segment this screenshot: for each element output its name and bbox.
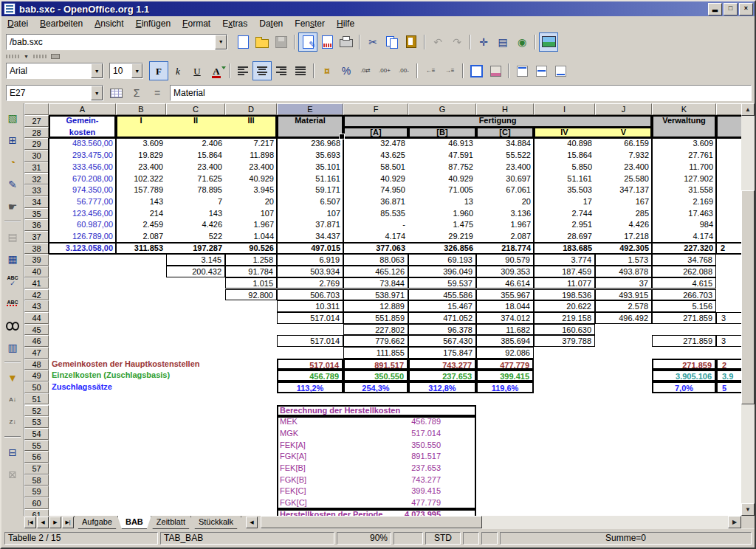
cell-F31[interactable]: 58.501 bbox=[343, 162, 408, 173]
font-size-input[interactable] bbox=[110, 63, 131, 78]
cell-G28[interactable]: [B] bbox=[408, 127, 476, 139]
toolbar-collapse-arrow-icon[interactable]: ▼ bbox=[24, 54, 29, 59]
cell-D28[interactable] bbox=[225, 127, 277, 139]
sheet-tab-stckkalk[interactable]: Stückkalk bbox=[190, 516, 241, 529]
align-bottom-icon[interactable] bbox=[551, 61, 570, 80]
cell-G33[interactable]: 71.005 bbox=[408, 184, 476, 196]
cell-D36[interactable]: 1.967 bbox=[225, 219, 277, 231]
row-header-46[interactable]: 46 bbox=[24, 335, 49, 347]
cell-E56[interactable]: 891.517 bbox=[277, 451, 476, 463]
cell-J32[interactable]: 25.580 bbox=[595, 173, 652, 185]
cell-E39[interactable]: 6.919 bbox=[277, 254, 343, 266]
column-header-K[interactable]: K bbox=[652, 103, 716, 115]
cell-F37[interactable]: 4.174 bbox=[343, 231, 408, 243]
stylist-icon[interactable]: ▤ bbox=[493, 32, 512, 52]
cell-G46[interactable]: 567.430 bbox=[408, 335, 476, 347]
row-header-57[interactable]: 57 bbox=[24, 463, 49, 474]
column-header-J[interactable]: J bbox=[595, 103, 652, 115]
cell-K44[interactable]: 271.859 bbox=[652, 312, 716, 324]
navigator-icon[interactable]: ✛ bbox=[474, 32, 493, 52]
cell-A37[interactable]: 126.789,00 bbox=[49, 231, 116, 243]
cell-H38[interactable]: 218.774 bbox=[476, 243, 534, 255]
export-pdf-icon[interactable] bbox=[317, 32, 337, 52]
cell-A31[interactable]: 333.456,00 bbox=[49, 162, 116, 173]
borders-icon[interactable] bbox=[467, 61, 486, 80]
cell-E29[interactable]: 236.968 bbox=[277, 138, 343, 150]
cell-K43[interactable]: 5.156 bbox=[652, 300, 716, 312]
cell-L38[interactable]: 2 bbox=[716, 243, 743, 255]
cell-B38[interactable]: 311.853 bbox=[116, 243, 166, 255]
align-center-vertical-icon[interactable] bbox=[532, 61, 551, 80]
cell-F46[interactable]: 779.662 bbox=[343, 335, 408, 347]
cell-D31[interactable]: 23.400 bbox=[225, 162, 277, 173]
cell-C30[interactable]: 15.864 bbox=[166, 150, 225, 162]
cell-B31[interactable]: 23.400 bbox=[116, 162, 166, 173]
cell-C33[interactable]: 78.895 bbox=[166, 184, 225, 196]
cell-H39[interactable]: 90.579 bbox=[476, 254, 534, 266]
cell-E43[interactable]: 10.311 bbox=[277, 300, 343, 312]
cell-I36[interactable]: 2.951 bbox=[534, 219, 595, 231]
cell-F40[interactable]: 465.126 bbox=[343, 266, 408, 277]
cell-B27[interactable]: I bbox=[116, 115, 166, 127]
cell-C31[interactable]: 23.400 bbox=[166, 162, 225, 173]
cell-G31[interactable]: 87.752 bbox=[408, 162, 476, 173]
cell-J40[interactable]: 493.878 bbox=[595, 266, 652, 277]
cell-K40[interactable]: 262.088 bbox=[652, 266, 716, 277]
function-autopilot-icon[interactable] bbox=[106, 83, 126, 103]
cell-H50[interactable]: 119,6% bbox=[476, 381, 534, 393]
column-header-C[interactable]: C bbox=[166, 103, 225, 115]
row-header-32[interactable]: 32 bbox=[24, 173, 49, 185]
cell-E58[interactable]: 743.277 bbox=[277, 474, 476, 486]
row-header-48[interactable]: 48 bbox=[24, 359, 49, 370]
cell-C38[interactable]: 197.287 bbox=[166, 243, 225, 255]
cell-F30[interactable]: 43.625 bbox=[343, 150, 408, 162]
cell-G50[interactable]: 312,8% bbox=[408, 381, 476, 393]
hyperlink-icon[interactable]: ◉ bbox=[512, 32, 532, 52]
cell-F50[interactable]: 254,3% bbox=[343, 381, 408, 393]
cell-I37[interactable]: 28.697 bbox=[534, 231, 595, 243]
cell-C28[interactable] bbox=[166, 127, 225, 139]
menu-ansicht[interactable]: Ansicht bbox=[89, 18, 129, 30]
row-header-56[interactable]: 56 bbox=[24, 451, 49, 463]
cell-H30[interactable]: 55.522 bbox=[476, 150, 534, 162]
cell-E48[interactable]: 517.014 bbox=[277, 359, 343, 370]
cell-B34[interactable]: 143 bbox=[116, 196, 166, 208]
cell-H40[interactable]: 309.353 bbox=[476, 266, 534, 277]
cell-G44[interactable]: 471.052 bbox=[408, 312, 476, 324]
toolbar-pin-icon[interactable] bbox=[51, 54, 60, 59]
cell-L46[interactable]: 3 bbox=[716, 335, 743, 347]
column-header-H[interactable]: H bbox=[476, 103, 534, 115]
cell-K39[interactable]: 34.768 bbox=[652, 254, 716, 266]
cell-I29[interactable]: 40.898 bbox=[534, 138, 595, 150]
cell-F49[interactable]: 350.550 bbox=[343, 370, 408, 381]
percent-format-icon[interactable]: % bbox=[337, 61, 356, 80]
cell-D37[interactable]: 1.044 bbox=[225, 231, 277, 243]
cell-F44[interactable]: 551.859 bbox=[343, 312, 408, 324]
menu-fenster[interactable]: Fenster bbox=[289, 18, 331, 30]
row-header-53[interactable]: 53 bbox=[24, 416, 49, 428]
cell-K34[interactable]: 2.169 bbox=[652, 196, 716, 208]
first-sheet-button[interactable]: |◀ bbox=[24, 517, 36, 528]
cell-J44[interactable]: 496.492 bbox=[595, 312, 652, 324]
status-insert-mode[interactable] bbox=[394, 532, 423, 545]
column-header-E[interactable]: E bbox=[277, 103, 343, 115]
cell-G36[interactable]: 1.475 bbox=[408, 219, 476, 231]
cell-F42[interactable]: 538.971 bbox=[343, 289, 408, 301]
cell-B35[interactable]: 214 bbox=[116, 208, 166, 220]
cell-K36[interactable]: 984 bbox=[652, 219, 716, 231]
column-header-D[interactable]: D bbox=[225, 103, 277, 115]
cell-F43[interactable]: 12.889 bbox=[343, 300, 408, 312]
cell-G47[interactable]: 175.847 bbox=[408, 347, 476, 359]
cell-G32[interactable]: 40.929 bbox=[408, 173, 476, 185]
decrease-indent-icon[interactable]: ←≡ bbox=[421, 61, 440, 80]
cell-J38[interactable]: 492.305 bbox=[595, 243, 652, 255]
row-header-49[interactable]: 49 bbox=[24, 370, 49, 381]
cell-F34[interactable]: 36.871 bbox=[343, 196, 408, 208]
cell-J36[interactable]: 4.426 bbox=[595, 219, 652, 231]
row-header-50[interactable]: 50 bbox=[24, 381, 49, 393]
cell-F48[interactable]: 891.517 bbox=[343, 359, 408, 370]
cell-C34[interactable]: 7 bbox=[166, 196, 225, 208]
next-sheet-button[interactable]: ▶ bbox=[49, 517, 61, 528]
cell-E31[interactable]: 35.101 bbox=[277, 162, 343, 173]
cell-E61[interactable]: 4.073.995 bbox=[277, 509, 476, 516]
